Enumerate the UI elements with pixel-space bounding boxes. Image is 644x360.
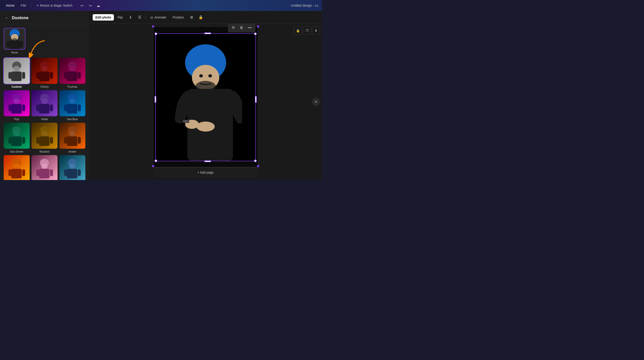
info-button[interactable]: ℹ bbox=[126, 13, 135, 22]
filter-item-violet[interactable]: Violet bbox=[32, 90, 58, 121]
handle-top-left[interactable] bbox=[154, 33, 157, 35]
filter-none-item[interactable]: None bbox=[4, 28, 25, 54]
handle-bottom-center[interactable] bbox=[204, 160, 211, 162]
add-page-bar[interactable]: + Add page bbox=[153, 167, 258, 177]
filter-thumb-violet bbox=[32, 90, 58, 116]
filter-thumb-blush bbox=[32, 155, 58, 180]
svg-rect-53 bbox=[11, 169, 22, 178]
edit-photo-button[interactable]: Edit photo bbox=[93, 14, 114, 21]
menu-button[interactable]: ☰ bbox=[136, 13, 144, 22]
handle-middle-left[interactable] bbox=[154, 96, 156, 103]
filter-label-seagreen: Sea Green bbox=[10, 150, 23, 153]
sidebar-title: Duotone bbox=[12, 16, 28, 20]
sidebar-header: ← Duotone bbox=[0, 11, 89, 24]
svg-rect-55 bbox=[22, 169, 25, 176]
main-toolbar: Edit photo Flip ℹ ☰ ◎ Animate Position ⊞… bbox=[89, 11, 322, 24]
svg-rect-44 bbox=[36, 137, 39, 144]
filter-item-fuchsia[interactable]: Fuchsia bbox=[59, 58, 85, 88]
nav-file[interactable]: File bbox=[18, 3, 28, 8]
svg-rect-50 bbox=[78, 137, 81, 144]
grid-button[interactable]: ⊞ bbox=[188, 13, 196, 22]
document-title: Untitled design - Lo bbox=[291, 4, 318, 7]
page-handle-br[interactable] bbox=[257, 165, 259, 167]
handle-top-right[interactable] bbox=[254, 33, 257, 35]
page-handle-bl[interactable] bbox=[152, 165, 154, 167]
position-button[interactable]: Position bbox=[170, 14, 187, 21]
filter-thumb-seagreen bbox=[4, 123, 30, 149]
svg-point-7 bbox=[14, 66, 20, 72]
svg-rect-9 bbox=[8, 72, 12, 79]
svg-rect-38 bbox=[11, 136, 22, 146]
svg-rect-63 bbox=[67, 169, 77, 178]
canvas-arrange-button[interactable]: ❐ bbox=[303, 27, 311, 35]
svg-rect-34 bbox=[64, 104, 67, 111]
toolbar-separator-1 bbox=[146, 15, 146, 20]
filter-item-seagreen[interactable]: Sea Green bbox=[4, 123, 30, 153]
nav-actions: ↩ ↪ ☁ bbox=[78, 2, 102, 9]
photo-element[interactable]: ⧉ 🗑 ••• bbox=[156, 33, 256, 161]
flip-button[interactable]: Flip bbox=[115, 14, 126, 21]
top-navigation: Home File ✦ Resize & Magic Switch ↩ ↪ ☁ … bbox=[0, 0, 322, 11]
back-button[interactable]: ← bbox=[4, 15, 10, 21]
svg-rect-64 bbox=[64, 169, 67, 176]
svg-rect-8 bbox=[11, 72, 22, 81]
nav-magic-switch[interactable]: ✦ Resize & Magic Switch bbox=[34, 3, 74, 8]
svg-rect-59 bbox=[36, 169, 39, 176]
filter-item-seablue[interactable]: Sea Blue bbox=[59, 90, 85, 121]
svg-rect-13 bbox=[39, 72, 50, 81]
filter-label-fuchsia: Fuchsia bbox=[68, 85, 77, 88]
filter-item-blush[interactable]: Blush bbox=[32, 155, 58, 180]
canvas-area: Edit photo Flip ℹ ☰ ◎ Animate Position ⊞… bbox=[89, 11, 322, 180]
svg-rect-20 bbox=[78, 72, 81, 79]
svg-rect-45 bbox=[50, 137, 53, 144]
svg-rect-23 bbox=[11, 104, 22, 114]
svg-point-74 bbox=[196, 122, 215, 132]
filter-label-mustard: Mustard bbox=[40, 150, 49, 153]
handle-bottom-right[interactable] bbox=[254, 159, 257, 162]
svg-point-52 bbox=[14, 163, 20, 169]
photo-copy-button[interactable]: ⧉ bbox=[230, 24, 237, 31]
filter-item-cherry[interactable]: Cherry bbox=[32, 58, 58, 88]
nav-separator-1 bbox=[31, 3, 31, 8]
save-cloud-button[interactable]: ☁ bbox=[95, 2, 102, 9]
svg-point-42 bbox=[41, 131, 48, 136]
handle-bottom-left[interactable] bbox=[154, 159, 157, 162]
filter-grid: Custom bbox=[4, 58, 85, 180]
filter-item-amber[interactable]: Amber bbox=[59, 123, 85, 153]
svg-rect-58 bbox=[39, 169, 50, 178]
svg-point-37 bbox=[14, 131, 20, 136]
filter-item-pomelo[interactable]: Pomelo bbox=[4, 155, 30, 180]
svg-rect-18 bbox=[67, 72, 77, 81]
redo-button[interactable]: ↪ bbox=[86, 2, 94, 9]
photo-delete-button[interactable]: 🗑 bbox=[238, 24, 245, 31]
canvas-share-button[interactable]: ⬆ bbox=[312, 27, 320, 35]
filter-item-peppermint[interactable]: Peppermint bbox=[59, 155, 85, 180]
animate-icon: ◎ bbox=[150, 16, 153, 19]
filter-thumb-amber bbox=[59, 123, 85, 149]
undo-button[interactable]: ↩ bbox=[78, 2, 86, 9]
photo-floating-toolbar: ⧉ 🗑 ••• bbox=[228, 24, 255, 33]
svg-rect-43 bbox=[39, 136, 50, 146]
filter-item-custom[interactable]: Custom bbox=[4, 58, 30, 88]
animate-button[interactable]: ◎ Animate bbox=[148, 14, 169, 21]
canvas-lock-button[interactable]: 🔒 bbox=[294, 27, 302, 35]
svg-point-32 bbox=[69, 99, 76, 104]
filter-thumb-fuchsia bbox=[59, 58, 85, 84]
refresh-button[interactable]: ↻ bbox=[312, 98, 320, 106]
filter-label-custom: Custom bbox=[12, 85, 22, 88]
photo-more-button[interactable]: ••• bbox=[246, 24, 254, 31]
nav-home[interactable]: Home bbox=[4, 3, 17, 8]
filter-item-pop[interactable]: Pop bbox=[4, 90, 30, 121]
page-handle-tl[interactable] bbox=[152, 25, 154, 28]
svg-point-22 bbox=[14, 99, 20, 104]
lock-toolbar-button[interactable]: 🔒 bbox=[197, 13, 205, 22]
filter-thumb-cherry bbox=[32, 58, 58, 84]
filter-item-mustard[interactable]: Mustard bbox=[32, 123, 58, 153]
svg-rect-3 bbox=[6, 41, 10, 48]
filter-none-row: None bbox=[4, 28, 85, 54]
handle-top-center[interactable] bbox=[204, 33, 211, 34]
canvas-content: 🔒 ❐ ⬆ ⧉ 🗑 ••• bbox=[89, 24, 322, 180]
handle-middle-right[interactable] bbox=[255, 96, 257, 103]
page-handle-tr[interactable] bbox=[257, 25, 259, 28]
svg-rect-14 bbox=[36, 72, 39, 79]
